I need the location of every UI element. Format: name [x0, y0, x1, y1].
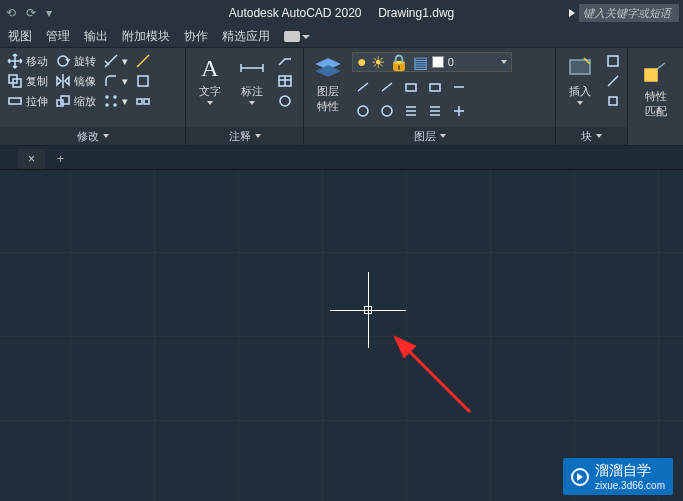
leader-icon[interactable]: [276, 52, 294, 70]
file-name: Drawing1.dwg: [378, 6, 454, 20]
dimension-label: 标注: [241, 84, 263, 99]
extra1-icon[interactable]: [134, 52, 152, 70]
layer-tool10-icon[interactable]: [448, 100, 470, 122]
svg-point-3: [58, 56, 68, 66]
svg-rect-4: [57, 100, 63, 106]
watermark-name: 溜溜自学: [595, 462, 665, 480]
menu-featured[interactable]: 精选应用: [222, 28, 270, 45]
layer-name: 0: [448, 56, 454, 68]
svg-point-18: [382, 106, 392, 116]
tb-caret-icon[interactable]: ▾: [46, 6, 52, 20]
layer-properties-button[interactable]: 图层 特性: [310, 52, 346, 116]
panel-annotate-title[interactable]: 注释: [186, 127, 303, 145]
trim-button[interactable]: ▾: [102, 52, 128, 70]
block-attr-icon[interactable]: [604, 92, 622, 110]
extra3-icon[interactable]: [134, 92, 152, 110]
svg-rect-12: [144, 99, 149, 104]
panel-modify-title[interactable]: 修改: [0, 127, 185, 145]
layer-tool1-icon[interactable]: [352, 76, 374, 98]
panel-layers: 图层 特性 ● ☀ 🔒 ▤ 0: [304, 48, 556, 145]
panel-properties: 特性 匹配: [628, 48, 683, 145]
lock-icon: 🔒: [389, 53, 409, 72]
menu-manage[interactable]: 管理: [46, 28, 70, 45]
annot-extra-icon[interactable]: [276, 92, 294, 110]
menu-addons[interactable]: 附加模块: [122, 28, 170, 45]
svg-point-8: [106, 104, 108, 106]
layer-selector[interactable]: ● ☀ 🔒 ▤ 0: [352, 52, 512, 72]
stretch-icon: [6, 92, 24, 110]
insert-label: 插入: [569, 84, 591, 99]
play-icon[interactable]: [569, 9, 575, 17]
bulb-icon: ●: [357, 53, 367, 71]
panel-caret-icon: [103, 134, 109, 138]
caret-down-icon: [302, 35, 310, 39]
panel-block: 插入 块: [556, 48, 628, 145]
layer-tool8-icon[interactable]: [400, 100, 422, 122]
ribbon: 移动 复制 拉伸 旋转 镜像: [0, 48, 683, 146]
array-icon: [102, 92, 120, 110]
svg-point-9: [114, 104, 116, 106]
rotate-button[interactable]: 旋转: [54, 52, 96, 70]
layer-tool9-icon[interactable]: [424, 100, 446, 122]
mirror-label: 镜像: [74, 74, 96, 89]
menu-bar: 视图 管理 输出 附加模块 协作 精选应用: [0, 26, 683, 48]
extra2-icon[interactable]: [134, 72, 152, 90]
title-right: 键入关键字或短语: [569, 4, 679, 22]
svg-point-6: [106, 96, 108, 98]
copy-label: 复制: [26, 74, 48, 89]
menu-output[interactable]: 输出: [84, 28, 108, 45]
copy-button[interactable]: 复制: [6, 72, 48, 90]
svg-rect-2: [9, 98, 21, 104]
caret-icon: [207, 101, 213, 105]
window-title: Autodesk AutoCAD 2020 Drawing1.dwg: [229, 6, 454, 20]
fillet-button[interactable]: ▾: [102, 72, 128, 90]
match-properties-label: 特性 匹配: [645, 89, 667, 119]
text-label: 文字: [199, 84, 221, 99]
search-input[interactable]: 键入关键字或短语: [579, 4, 679, 22]
menu-view[interactable]: 视图: [8, 28, 32, 45]
svg-rect-15: [406, 84, 416, 91]
layer-tool2-icon[interactable]: [376, 76, 398, 98]
watermark: 溜溜自学 zixue.3d66.com: [563, 458, 673, 495]
panel-block-title[interactable]: 块: [556, 127, 627, 145]
layer-tool3-icon[interactable]: [400, 76, 422, 98]
svg-rect-10: [138, 76, 148, 86]
caret-icon: [501, 60, 507, 64]
move-button[interactable]: 移动: [6, 52, 48, 70]
insert-button[interactable]: 插入: [562, 52, 598, 107]
insert-icon: [566, 54, 594, 82]
svg-point-14: [280, 96, 290, 106]
panel-annotate: A 文字 标注 注释: [186, 48, 304, 145]
stretch-button[interactable]: 拉伸: [6, 92, 48, 110]
panel-modify: 移动 复制 拉伸 旋转 镜像: [0, 48, 186, 145]
table-icon[interactable]: [276, 72, 294, 90]
drawing-canvas[interactable]: 溜溜自学 zixue.3d66.com: [0, 170, 683, 501]
panel-layers-title[interactable]: 图层: [304, 127, 555, 145]
svg-rect-11: [137, 99, 142, 104]
layer-tool7-icon[interactable]: [376, 100, 398, 122]
layer-tool6-icon[interactable]: [352, 100, 374, 122]
layer-tool5-icon[interactable]: [448, 76, 470, 98]
title-left: ⟲ ⟳ ▾: [6, 6, 52, 20]
text-button[interactable]: A 文字: [192, 52, 228, 107]
tab-close[interactable]: ×: [18, 149, 45, 169]
scale-button[interactable]: 缩放: [54, 92, 96, 110]
rotate-icon: [54, 52, 72, 70]
mirror-button[interactable]: 镜像: [54, 72, 96, 90]
block-edit-icon[interactable]: [604, 72, 622, 90]
array-button[interactable]: ▾: [102, 92, 128, 110]
layer-properties-label: 图层 特性: [317, 84, 339, 114]
tab-new[interactable]: +: [47, 149, 74, 169]
move-icon: [6, 52, 24, 70]
color-swatch: [432, 56, 444, 68]
menu-collab[interactable]: 协作: [184, 28, 208, 45]
dimension-button[interactable]: 标注: [234, 52, 270, 107]
block-create-icon[interactable]: [604, 52, 622, 70]
text-icon: A: [196, 54, 224, 82]
mirror-icon: [54, 72, 72, 90]
layer-tool4-icon[interactable]: [424, 76, 446, 98]
match-properties-button[interactable]: 特性 匹配: [638, 52, 674, 125]
camera-dropdown[interactable]: [284, 31, 310, 42]
redo-icon[interactable]: ⟳: [26, 6, 36, 20]
undo-icon[interactable]: ⟲: [6, 6, 16, 20]
